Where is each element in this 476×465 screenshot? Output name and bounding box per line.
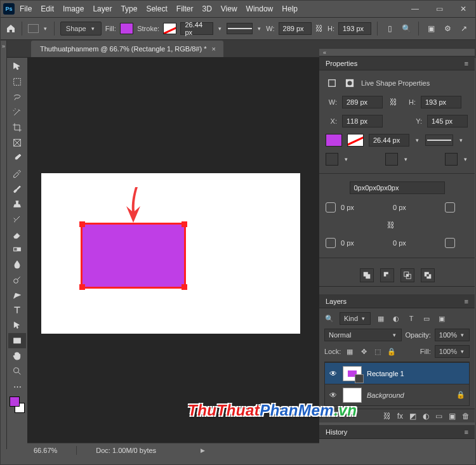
magic-wand-tool-icon[interactable] xyxy=(8,105,26,120)
stroke-style-select[interactable] xyxy=(227,23,253,34)
link-icon[interactable]: ⛓ xyxy=(315,23,324,34)
layers-panel-header[interactable]: Layers ≡ xyxy=(319,294,475,308)
panel-expand-icon[interactable]: » xyxy=(1,41,7,449)
status-menu-icon[interactable]: ▶ xyxy=(201,447,205,454)
search-icon[interactable]: 🔍 xyxy=(400,22,413,35)
panel-menu-icon[interactable]: ≡ xyxy=(465,298,468,305)
chevron-down-icon[interactable]: ▾ xyxy=(458,137,464,143)
prop-x-field[interactable]: 118 px xyxy=(342,115,383,128)
prop-h-field[interactable]: 193 px xyxy=(421,96,461,108)
move-tool-icon[interactable] xyxy=(8,59,26,74)
panel-menu-icon[interactable]: ≡ xyxy=(465,428,468,436)
resize-handle-bottom-left[interactable] xyxy=(79,284,85,290)
filter-smart-icon[interactable]: ▣ xyxy=(437,313,447,324)
doc-info[interactable]: Doc: 1.00M/0 bytes xyxy=(96,447,156,454)
fx-icon[interactable]: fx xyxy=(397,412,403,421)
document-tab[interactable]: Thuthuatphanmem @ 66.7% (Rectangle 1, RG… xyxy=(31,41,223,57)
eraser-tool-icon[interactable] xyxy=(8,226,26,242)
resize-handle-top-right[interactable] xyxy=(182,221,187,227)
menu-window[interactable]: Window xyxy=(246,4,274,13)
foreground-background-swatch[interactable] xyxy=(8,395,26,414)
menu-edit[interactable]: Edit xyxy=(41,4,54,13)
menu-type[interactable]: Type xyxy=(121,4,137,13)
tool-mode-select[interactable]: Shape ▾ xyxy=(60,22,102,36)
corner-tr-field[interactable]: 0 px xyxy=(393,204,439,211)
pathop-combine-icon[interactable] xyxy=(360,268,374,282)
prop-y-field[interactable]: 145 px xyxy=(427,115,468,128)
eyedropper-tool-icon[interactable] xyxy=(8,150,26,166)
lock-pixels-icon[interactable]: ▦ xyxy=(345,346,355,357)
dodge-tool-icon[interactable] xyxy=(8,272,26,287)
layer-fill-field[interactable]: 100%▾ xyxy=(435,345,470,358)
foreground-color-swatch[interactable] xyxy=(10,396,20,407)
marquee-tool-icon[interactable] xyxy=(8,74,26,89)
edit-toolbar-icon[interactable]: ⋯ xyxy=(8,379,26,394)
resize-handle-top-left[interactable] xyxy=(79,221,85,227)
menu-image[interactable]: Image xyxy=(63,4,84,13)
maximize-button[interactable]: ▭ xyxy=(427,1,451,17)
clone-stamp-tool-icon[interactable] xyxy=(8,196,26,211)
artboard[interactable] xyxy=(41,173,300,334)
menu-help[interactable]: Help xyxy=(282,4,298,13)
menu-filter[interactable]: Filter xyxy=(176,4,194,13)
link-corners-icon[interactable]: ⛓ xyxy=(385,219,397,231)
stroke-caps-icon[interactable] xyxy=(385,153,398,166)
mask-icon[interactable]: ◩ xyxy=(409,412,416,421)
lock-artboard-icon[interactable]: ⬚ xyxy=(373,346,383,357)
menu-3d[interactable]: 3D xyxy=(202,4,211,13)
link-icon[interactable]: ⛓ xyxy=(388,96,399,108)
pathop-intersect-icon[interactable] xyxy=(400,268,414,282)
lock-all-icon[interactable]: 🔒 xyxy=(387,346,397,357)
menu-view[interactable]: View xyxy=(221,4,237,13)
width-field[interactable]: 289 px xyxy=(279,22,312,35)
filter-type-icon[interactable]: T xyxy=(406,313,416,324)
search-icon[interactable]: 🔍 xyxy=(324,313,334,324)
stroke-swatch[interactable] xyxy=(163,23,176,34)
minimize-button[interactable]: — xyxy=(403,1,427,17)
hand-tool-icon[interactable] xyxy=(8,348,26,363)
prop-stroke-width-field[interactable]: 26.44 px xyxy=(369,134,409,147)
pen-tool-icon[interactable] xyxy=(8,287,26,303)
new-layer-icon[interactable]: ▣ xyxy=(449,412,456,421)
frame-icon[interactable]: ▣ xyxy=(425,22,437,35)
brush-tool-icon[interactable] xyxy=(8,181,26,196)
chevron-down-icon[interactable]: ▾ xyxy=(414,137,420,143)
menu-layer[interactable]: Layer xyxy=(93,4,112,13)
corner-bl-field[interactable]: 0 px xyxy=(341,239,387,247)
stroke-corners-icon[interactable] xyxy=(445,153,458,166)
prop-fill-swatch[interactable] xyxy=(326,134,342,147)
history-panel-header[interactable]: History ≡ xyxy=(319,425,475,439)
close-tab-icon[interactable]: × xyxy=(211,45,215,53)
pathop-subtract-icon[interactable] xyxy=(380,268,394,282)
chevron-down-icon[interactable]: ▾ xyxy=(217,25,223,32)
trash-icon[interactable]: 🗑 xyxy=(462,412,470,421)
close-button[interactable]: ✕ xyxy=(451,1,475,17)
corners-summary-field[interactable]: 0px0px0px0px xyxy=(350,181,445,194)
history-brush-tool-icon[interactable] xyxy=(8,211,26,226)
properties-panel-header[interactable]: Properties ≡ xyxy=(319,56,475,70)
filter-adjust-icon[interactable]: ◐ xyxy=(391,313,401,324)
layer-name[interactable]: Rectangle 1 xyxy=(367,370,404,377)
group-icon[interactable]: ▭ xyxy=(435,412,442,421)
frame-tool-icon[interactable] xyxy=(8,135,26,150)
corner-br-field[interactable]: 0 px xyxy=(393,239,439,247)
layer-name[interactable]: Background xyxy=(367,391,404,399)
stroke-width-field[interactable]: 26.44 px xyxy=(180,22,213,35)
zoom-tool-icon[interactable] xyxy=(8,363,26,379)
crop-tool-icon[interactable] xyxy=(8,120,26,135)
visibility-icon[interactable]: 👁 xyxy=(329,391,338,400)
link-layers-icon[interactable]: ⛓ xyxy=(383,412,391,421)
gradient-tool-icon[interactable] xyxy=(8,242,26,257)
layer-row[interactable]: 👁 Rectangle 1 xyxy=(325,362,469,384)
menu-select[interactable]: Select xyxy=(146,4,167,13)
blur-tool-icon[interactable] xyxy=(8,257,26,272)
layer-thumbnail[interactable] xyxy=(343,388,362,403)
chevron-down-icon[interactable]: ▾ xyxy=(43,25,48,32)
chevron-down-icon[interactable]: ▾ xyxy=(256,25,262,32)
layer-filter-kind[interactable]: Kind▾ xyxy=(340,312,371,325)
filter-shape-icon[interactable]: ▭ xyxy=(421,313,432,324)
rectangle-shape[interactable] xyxy=(81,223,186,289)
menu-file[interactable]: File xyxy=(20,4,32,13)
panel-collapse-icon[interactable]: « xyxy=(319,49,475,56)
filter-pixel-icon[interactable]: ▦ xyxy=(376,313,386,324)
